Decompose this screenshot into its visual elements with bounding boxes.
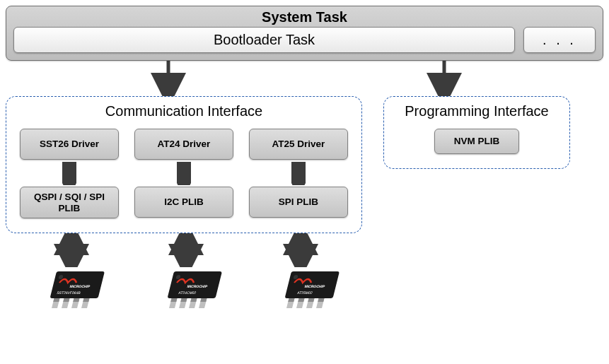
nvm-plib-box: NVM PLIB bbox=[434, 129, 519, 154]
driver-box: AT25 Driver bbox=[249, 129, 348, 160]
svg-text:MICROCHIP: MICROCHIP bbox=[304, 284, 326, 288]
svg-text:AT24CM02: AT24CM02 bbox=[178, 290, 197, 295]
bidir-arrows bbox=[18, 233, 386, 267]
ellipsis-box: . . . bbox=[523, 27, 596, 53]
comm-columns: SST26 Driver QSPI / SQI / SPI PLIB AT24 … bbox=[18, 129, 350, 218]
driver-box: SST26 Driver bbox=[20, 129, 119, 160]
svg-rect-19 bbox=[83, 298, 89, 302]
svg-rect-31 bbox=[200, 298, 207, 302]
svg-rect-18 bbox=[73, 298, 79, 302]
svg-rect-41 bbox=[298, 298, 304, 302]
chip-icon: MICROCHIP AT24CM02 bbox=[160, 266, 231, 315]
svg-rect-16 bbox=[53, 298, 59, 302]
programming-interface-title: Programming Interface bbox=[395, 102, 558, 120]
svg-text:SST26VF064B: SST26VF064B bbox=[57, 290, 81, 295]
system-task-row: Bootloader Task . . . bbox=[13, 27, 596, 53]
chip-2: MICROCHIP AT25M02 bbox=[277, 266, 348, 315]
system-task-container: System Task Bootloader Task . . . bbox=[6, 6, 603, 61]
svg-rect-28 bbox=[170, 298, 177, 302]
chip-1: MICROCHIP AT24CM02 bbox=[160, 266, 231, 315]
plib-box: I2C PLIB bbox=[134, 187, 233, 218]
system-task-title: System Task bbox=[13, 9, 596, 25]
svg-rect-40 bbox=[288, 298, 294, 302]
comm-column-1: AT24 Driver I2C PLIB bbox=[134, 129, 233, 218]
comm-column-2: AT25 Driver SPI PLIB bbox=[249, 129, 348, 218]
svg-rect-30 bbox=[190, 298, 197, 302]
chip-icon: MICROCHIP SST26VF064B bbox=[42, 266, 113, 315]
programming-interface-group: Programming Interface NVM PLIB bbox=[383, 96, 570, 169]
svg-rect-29 bbox=[180, 298, 187, 302]
chip-0: MICROCHIP SST26VF064B bbox=[42, 266, 113, 315]
driver-box: AT24 Driver bbox=[134, 129, 233, 160]
svg-text:MICROCHIP: MICROCHIP bbox=[69, 284, 91, 288]
chip-icon: MICROCHIP AT25M02 bbox=[277, 266, 348, 315]
communication-interface-title: Communication Interface bbox=[18, 102, 350, 120]
arrow-down-icon bbox=[291, 160, 306, 187]
svg-text:MICROCHIP: MICROCHIP bbox=[187, 284, 209, 288]
svg-rect-42 bbox=[308, 298, 314, 302]
plib-box: SPI PLIB bbox=[249, 187, 348, 218]
svg-rect-17 bbox=[63, 298, 69, 302]
communication-interface-group: Communication Interface SST26 Driver QSP… bbox=[6, 96, 362, 233]
arrow-down-icon bbox=[62, 160, 76, 187]
comm-column-0: SST26 Driver QSPI / SQI / SPI PLIB bbox=[20, 129, 119, 218]
arrow-down-icon bbox=[177, 160, 191, 187]
svg-rect-43 bbox=[318, 298, 324, 302]
svg-text:AT25M02: AT25M02 bbox=[297, 290, 313, 295]
plib-box: QSPI / SQI / SPI PLIB bbox=[20, 187, 119, 218]
top-arrows bbox=[6, 61, 603, 96]
bootloader-task-box: Bootloader Task bbox=[13, 27, 515, 53]
chips-row: MICROCHIP SST26VF064B MICROCHIP AT24CM0 bbox=[42, 266, 603, 315]
